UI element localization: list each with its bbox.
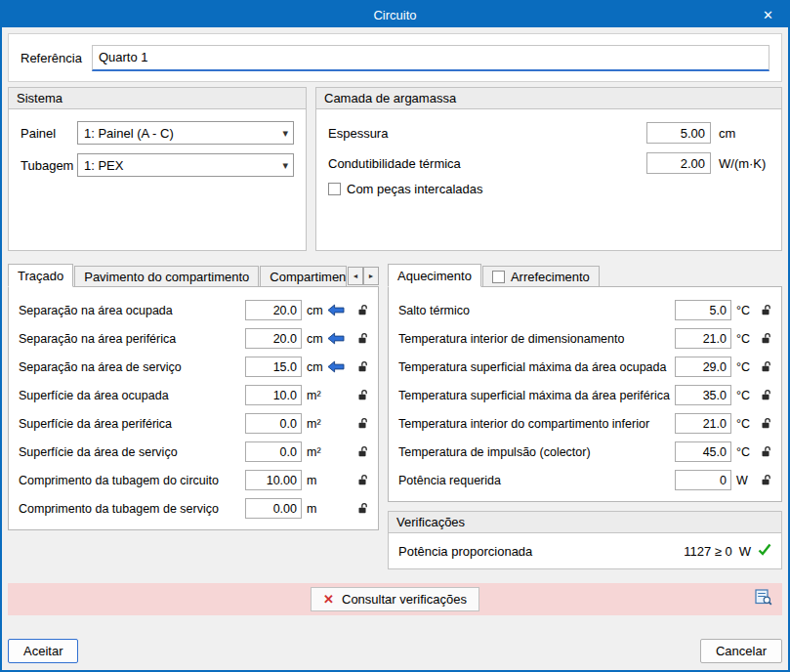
field-label: Superfície da área ocupada xyxy=(19,389,245,402)
clima-tabstrip: Aquecimento Arrefecimento xyxy=(388,263,782,286)
argamassa-group: Camada de argamassa Espessura cm Conduti… xyxy=(315,87,782,251)
field-value-input[interactable] xyxy=(675,357,731,377)
red-x-icon: ✕ xyxy=(323,592,334,607)
tab-arrefecimento[interactable]: Arrefecimento xyxy=(482,266,600,286)
pecas-intercaladas-checkbox[interactable] xyxy=(328,183,341,195)
tab-scroll-left-icon[interactable]: ◄ xyxy=(348,267,363,285)
field-value-input[interactable] xyxy=(245,300,302,320)
tab-scroll-right-icon[interactable]: ► xyxy=(363,267,379,285)
copy-left-arrow-icon[interactable] xyxy=(327,304,353,316)
pecas-intercaladas-row: Com peças intercaladas xyxy=(328,182,769,196)
detail-row: Traçado Pavimento do compartimento Compa… xyxy=(8,263,782,569)
arrefecimento-checkbox[interactable] xyxy=(492,271,505,283)
clima-tab-control: Aquecimento Arrefecimento Salto térmico … xyxy=(388,263,782,569)
field-value-input[interactable] xyxy=(675,385,731,405)
copy-left-arrow-icon[interactable] xyxy=(327,360,353,373)
tubagem-select[interactable]: 1: PEX ▾ xyxy=(77,153,294,177)
field-value-input[interactable] xyxy=(675,413,731,434)
close-icon[interactable]: ✕ xyxy=(758,2,778,27)
tracado-tab-body: Separação na área ocupada cm Separação n… xyxy=(8,286,379,530)
field-value-input[interactable] xyxy=(245,357,302,377)
field-value-input[interactable] xyxy=(245,328,302,349)
unlock-icon[interactable] xyxy=(757,332,773,345)
field-value-input[interactable] xyxy=(245,470,302,490)
chevron-down-icon: ▾ xyxy=(278,127,288,140)
unlock-icon[interactable] xyxy=(757,474,773,486)
system-mortar-row: Sistema Painel 1: Painel (A - C) ▾ Tubag… xyxy=(8,87,782,251)
field-value-input[interactable] xyxy=(245,385,302,405)
field-unit: m xyxy=(302,502,327,516)
tab-tracado[interactable]: Traçado xyxy=(8,264,73,287)
unlock-icon[interactable] xyxy=(757,445,773,458)
unlock-icon[interactable] xyxy=(757,360,773,373)
tubagem-selected-value: 1: PEX xyxy=(84,158,278,173)
field-value-input[interactable] xyxy=(245,441,302,462)
field-label: Separação na área periférica xyxy=(19,332,245,346)
unlock-icon[interactable] xyxy=(353,417,370,430)
condutibilidade-input[interactable] xyxy=(646,152,711,174)
field-label: Separação na área ocupada xyxy=(19,304,245,317)
report-button[interactable] xyxy=(753,587,774,610)
potencia-proporcionada-label: Potência proporcionada xyxy=(398,544,532,559)
field-row: Separação na área periférica cm xyxy=(19,324,370,353)
field-value-input[interactable] xyxy=(675,441,731,462)
tab-aquecimento[interactable]: Aquecimento xyxy=(388,264,481,287)
field-value-input[interactable] xyxy=(245,498,302,519)
aceitar-button[interactable]: Aceitar xyxy=(8,639,78,663)
field-label: Temperatura interior do compartimento in… xyxy=(398,417,675,431)
field-label: Salto térmico xyxy=(398,304,675,317)
verificacoes-title: Verificações xyxy=(389,512,781,533)
field-row: Comprimento da tubagem do circuito m xyxy=(19,466,370,494)
espessura-input[interactable] xyxy=(646,122,711,144)
field-label: Potência requerida xyxy=(398,474,675,487)
reference-input[interactable] xyxy=(92,45,769,71)
unlock-icon[interactable] xyxy=(353,445,370,458)
field-row: Temperatura de impulsão (colector) °C xyxy=(398,438,773,466)
unlock-icon[interactable] xyxy=(757,304,773,316)
field-unit: m xyxy=(302,474,327,487)
consultar-verificacoes-label: Consultar verificações xyxy=(342,592,467,607)
dialog-footer: Aceitar Cancelar xyxy=(8,639,782,663)
copy-left-arrow-icon[interactable] xyxy=(327,332,353,345)
condutibilidade-unit: W/(m·K) xyxy=(711,156,769,171)
field-value-input[interactable] xyxy=(245,413,302,434)
field-row: Superfície da área de serviço m² xyxy=(19,438,370,466)
consultar-verificacoes-button[interactable]: ✕ Consultar verificações xyxy=(311,587,479,611)
circuito-dialog: Circuito ✕ Referência Sistema Painel 1: … xyxy=(0,0,790,672)
unlock-icon[interactable] xyxy=(757,417,773,430)
field-label: Comprimento da tubagem do circuito xyxy=(19,474,245,487)
sistema-group-title: Sistema xyxy=(9,88,306,109)
field-label: Superfície da área periférica xyxy=(19,417,245,431)
field-unit: °C xyxy=(731,417,757,431)
tab-compartimento-inferior[interactable]: Compartimento inferior xyxy=(260,266,347,286)
unlock-icon[interactable] xyxy=(353,474,370,486)
verification-alert-bar: ✕ Consultar verificações xyxy=(8,583,782,615)
field-row: Separação na área ocupada cm xyxy=(19,296,370,324)
field-value-input[interactable] xyxy=(675,328,731,349)
tracado-tabstrip: Traçado Pavimento do compartimento Compa… xyxy=(8,263,379,286)
field-value-input[interactable] xyxy=(675,300,731,320)
condutibilidade-row: Condutibilidade térmica W/(m·K) xyxy=(328,151,769,175)
field-unit: °C xyxy=(731,304,757,317)
painel-select[interactable]: 1: Painel (A - C) ▾ xyxy=(77,121,294,145)
field-row: Superfície da área ocupada m² xyxy=(19,381,370,409)
espessura-label: Espessura xyxy=(328,126,646,141)
titlebar: Circuito ✕ xyxy=(2,2,788,27)
tab-pavimento-compartimento[interactable]: Pavimento do compartimento xyxy=(74,266,259,286)
espessura-unit: cm xyxy=(711,126,769,141)
unlock-icon[interactable] xyxy=(353,502,370,515)
unlock-icon[interactable] xyxy=(353,389,370,401)
field-label: Temperatura interior de dimensionamento xyxy=(398,332,675,346)
unlock-icon[interactable] xyxy=(353,332,370,345)
field-value-input[interactable] xyxy=(675,470,731,490)
field-label: Comprimento da tubagem de serviço xyxy=(19,502,245,516)
tab-compartimento-inferior-label: Compartimento inferior xyxy=(270,270,347,284)
painel-selected-value: 1: Painel (A - C) xyxy=(84,126,278,141)
window-title: Circuito xyxy=(373,8,416,22)
field-label: Temperatura de impulsão (colector) xyxy=(398,445,675,459)
field-row: Salto térmico °C xyxy=(398,296,773,324)
unlock-icon[interactable] xyxy=(757,389,773,401)
unlock-icon[interactable] xyxy=(353,304,370,316)
cancelar-button[interactable]: Cancelar xyxy=(700,639,782,663)
unlock-icon[interactable] xyxy=(353,360,370,373)
